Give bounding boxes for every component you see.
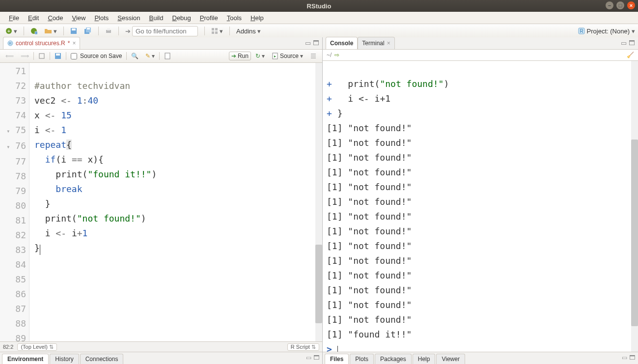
tab-history[interactable]: History xyxy=(50,354,79,364)
menu-code[interactable]: Code xyxy=(44,13,67,23)
svg-rect-3 xyxy=(35,31,37,34)
r-file-icon: R xyxy=(7,40,13,46)
source-tab-close[interactable]: × xyxy=(72,40,76,47)
menu-plots[interactable]: Plots xyxy=(90,13,112,23)
run-label: Run xyxy=(238,53,249,59)
window-maximize-button[interactable]: □ xyxy=(616,1,624,9)
svg-rect-22 xyxy=(165,53,170,59)
maximize-pane-icon[interactable]: 🗖 xyxy=(629,354,635,361)
project-selector[interactable]: R Project: (None) ▾ xyxy=(578,28,635,35)
source-on-save-checkbox[interactable] xyxy=(71,53,77,59)
source-editor[interactable]: 71727374▾ 75▾ 76777879808182838485868788… xyxy=(0,63,322,341)
source-tab[interactable]: R control strucures.R* × xyxy=(3,37,80,49)
save-source-button[interactable] xyxy=(52,52,64,60)
window-titlebar: RStudio – □ × xyxy=(0,0,638,12)
source-tabbar: R control strucures.R* × ▭ 🗖 xyxy=(0,37,322,50)
menu-help[interactable]: Help xyxy=(247,13,268,23)
menu-build[interactable]: Build xyxy=(145,13,167,23)
run-button[interactable]: ➔ Run xyxy=(229,52,251,60)
maximize-pane-icon[interactable]: 🗖 xyxy=(629,39,635,47)
svg-rect-12 xyxy=(215,28,218,30)
show-in-new-window-button[interactable] xyxy=(36,52,48,60)
code-tools-button[interactable]: ✎▾ xyxy=(143,52,157,60)
nav-fwd-button[interactable]: ⟹ xyxy=(18,52,31,60)
save-button[interactable] xyxy=(68,26,80,36)
menu-profile[interactable]: Profile xyxy=(196,13,222,23)
window-close-button[interactable]: × xyxy=(627,1,635,9)
find-button[interactable]: 🔍 xyxy=(129,52,141,60)
print-button[interactable] xyxy=(103,26,114,36)
svg-text:R: R xyxy=(580,28,583,34)
menu-file[interactable]: File xyxy=(5,13,23,23)
scope-selector[interactable]: (Top Level) ⇅ xyxy=(17,343,56,351)
menu-debug[interactable]: Debug xyxy=(168,13,195,23)
svg-rect-5 xyxy=(72,28,76,30)
source-on-save-check[interactable]: Source on Save xyxy=(68,52,124,60)
minimize-pane-icon[interactable]: ▭ xyxy=(305,39,311,47)
source-tab-dirty: * xyxy=(68,40,70,47)
cursor-position: 82:2 xyxy=(3,344,13,350)
minimize-pane-icon[interactable]: ▭ xyxy=(621,39,627,47)
new-file-button[interactable]: + ▾ xyxy=(3,26,20,36)
save-icon xyxy=(55,53,61,59)
editor-toolbar: ⟸ ⟹ Source on Save 🔍 ✎▾ ➔ Run ↻▾ xyxy=(0,50,322,63)
menu-edit[interactable]: Edit xyxy=(24,13,43,23)
goto-wrapper: ➔ xyxy=(123,25,200,38)
maximize-pane-icon[interactable]: 🗖 xyxy=(313,354,319,361)
console-cwd-arrow-icon[interactable]: ⇨ xyxy=(334,52,339,58)
terminal-tab-close[interactable]: × xyxy=(387,40,390,47)
outline-button[interactable] xyxy=(307,52,319,60)
nav-back-button[interactable]: ⟸ xyxy=(3,52,16,60)
tab-terminal[interactable]: Terminal × xyxy=(358,37,394,49)
editor-code[interactable]: #author techvidvan vec2 <- 1:40 x <- 15 … xyxy=(29,63,322,341)
compile-report-button[interactable] xyxy=(162,52,173,60)
grid-icon xyxy=(211,28,218,34)
svg-rect-14 xyxy=(215,31,218,34)
minimize-pane-icon[interactable]: ▭ xyxy=(622,354,627,361)
goto-file-function-input[interactable] xyxy=(132,26,198,36)
project-icon: R xyxy=(578,28,585,34)
console-scrollbar[interactable] xyxy=(631,61,638,352)
grid-button[interactable]: ▾ xyxy=(209,26,225,36)
addins-button[interactable]: Addins ▾ xyxy=(234,26,263,36)
new-file-icon: + xyxy=(5,28,12,34)
tab-help[interactable]: Help xyxy=(413,354,436,364)
workarea: R control strucures.R* × ▭ 🗖 ⟸ ⟹ Source … xyxy=(0,37,638,364)
tab-environment[interactable]: Environment xyxy=(2,354,49,364)
tab-plots[interactable]: Plots xyxy=(350,354,374,364)
minimize-pane-icon[interactable]: ▭ xyxy=(306,354,311,361)
maximize-pane-icon[interactable]: 🗖 xyxy=(313,39,319,47)
tab-viewer[interactable]: Viewer xyxy=(436,354,465,364)
tab-connections[interactable]: Connections xyxy=(80,354,124,364)
save-all-icon xyxy=(84,28,92,34)
menu-tools[interactable]: Tools xyxy=(223,13,246,23)
menu-view[interactable]: View xyxy=(68,13,89,23)
tab-files[interactable]: Files xyxy=(325,354,349,364)
print-icon xyxy=(105,28,112,34)
editor-scrollbar[interactable] xyxy=(315,63,322,341)
menu-session[interactable]: Session xyxy=(113,13,144,23)
source-button[interactable]: Source ▾ xyxy=(269,52,305,60)
rerun-button[interactable]: ↻▾ xyxy=(253,52,267,60)
file-type-selector[interactable]: R Script ⇅ xyxy=(287,343,319,351)
source-label: Source xyxy=(280,53,299,59)
tab-console[interactable]: Console xyxy=(326,37,358,49)
window-minimize-button[interactable]: – xyxy=(606,1,613,9)
source-on-save-label: Source on Save xyxy=(80,53,122,59)
save-all-button[interactable] xyxy=(82,26,94,36)
outline-icon xyxy=(310,53,317,59)
svg-rect-21 xyxy=(56,54,60,56)
wand-icon: ✎ xyxy=(145,53,150,59)
svg-rect-11 xyxy=(212,28,214,30)
left-pane: R control strucures.R* × ▭ 🗖 ⟸ ⟹ Source … xyxy=(0,37,323,364)
source-tab-name: control strucures.R xyxy=(16,40,65,47)
open-file-button[interactable]: ▾ xyxy=(42,26,59,36)
svg-text:+: + xyxy=(7,28,10,34)
clear-console-icon[interactable]: 🧹 xyxy=(627,52,634,58)
console-output[interactable]: + print("not found!") + i <- i+1 + } [1]… xyxy=(323,61,638,352)
tab-packages[interactable]: Packages xyxy=(375,354,412,364)
project-plus-icon xyxy=(30,28,37,34)
main-toolbar: + ▾ ▾ ➔ ▾ Addins ▾ R Project: (None) ▾ xyxy=(0,24,638,38)
new-project-button[interactable] xyxy=(28,26,40,36)
source-icon xyxy=(272,53,278,59)
